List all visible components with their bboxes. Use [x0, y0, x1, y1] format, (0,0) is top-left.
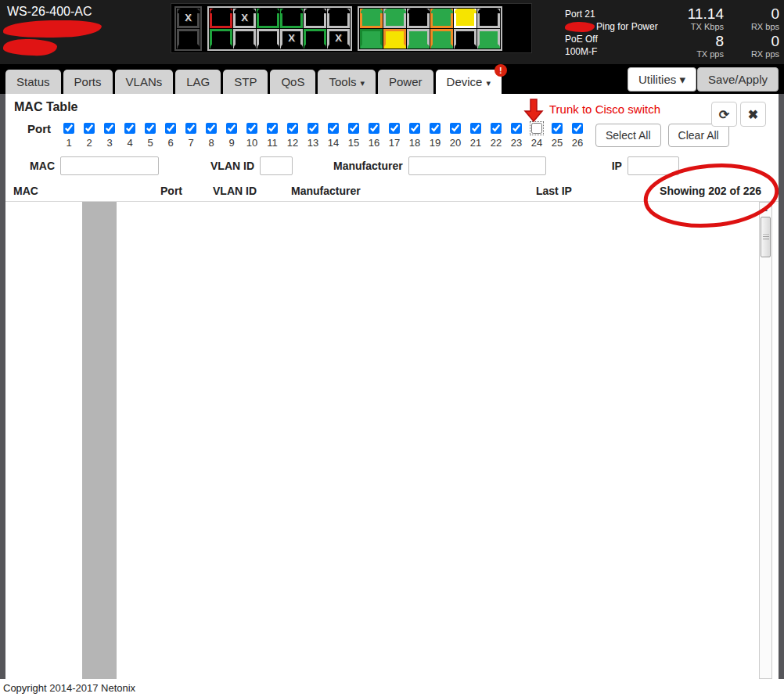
- tab-tools[interactable]: Tools▾: [318, 70, 376, 94]
- port-8-checkbox[interactable]: [206, 123, 217, 134]
- tab-stp[interactable]: STP: [223, 70, 268, 94]
- refresh-button[interactable]: ⟳: [711, 102, 737, 127]
- port-disabled-x-icon: X: [179, 12, 197, 23]
- port-status-cell[interactable]: [454, 29, 477, 49]
- port-status-cell[interactable]: X: [177, 9, 200, 28]
- port-3-checkbox[interactable]: [104, 123, 115, 134]
- port-23-checkbox[interactable]: [511, 123, 522, 134]
- port-status-cell[interactable]: [257, 29, 279, 49]
- rx-pps-label: RX pps: [751, 49, 779, 59]
- rj45-clip-notch: [408, 44, 430, 49]
- port-filter-label: Port: [27, 123, 57, 135]
- port-25-checkbox[interactable]: [552, 123, 563, 134]
- tab-power[interactable]: Power: [378, 70, 433, 94]
- tab-status[interactable]: Status: [5, 70, 61, 94]
- scrollbar-grip: [763, 235, 769, 240]
- port-5-checkbox[interactable]: [145, 123, 156, 134]
- tab-vlans[interactable]: VLANs: [115, 70, 174, 94]
- port-number-label: 4: [127, 137, 132, 149]
- port-1-checkbox[interactable]: [63, 123, 74, 134]
- port-checkbox-cell: 11: [262, 123, 282, 149]
- table-scrollbar[interactable]: ▲: [759, 202, 772, 679]
- port-status-cell[interactable]: [430, 9, 453, 28]
- port-status-cell[interactable]: X: [233, 9, 256, 28]
- port-info-poe: PoE Off: [565, 33, 658, 45]
- copyright-text: Copyright 2014-2017 Netonix: [3, 682, 135, 694]
- port-status-cell[interactable]: [360, 29, 383, 49]
- port-26-checkbox[interactable]: [572, 123, 583, 134]
- port-2-checkbox[interactable]: [84, 123, 95, 134]
- port-status-cell[interactable]: [210, 29, 232, 49]
- port-17-checkbox[interactable]: [389, 123, 400, 134]
- mac-filter-input[interactable]: [60, 156, 159, 175]
- port-checkbox-cell: 14: [323, 123, 343, 149]
- port-status-cell[interactable]: [477, 29, 500, 49]
- port-7-checkbox[interactable]: [185, 123, 196, 134]
- tab-ports[interactable]: Ports: [63, 70, 113, 94]
- port-status-cell[interactable]: [304, 9, 326, 28]
- port-status-cell[interactable]: [257, 9, 279, 28]
- port-15-checkbox[interactable]: [348, 123, 359, 134]
- port-19-checkbox[interactable]: [430, 123, 441, 134]
- port-12-checkbox[interactable]: [287, 123, 298, 134]
- port-checkbox-cell: 4: [120, 123, 140, 149]
- port-status-cell[interactable]: [430, 29, 453, 49]
- tab-qos[interactable]: QoS: [270, 70, 315, 94]
- port-number-label: 7: [188, 137, 193, 149]
- port-checkbox-cell: 22: [486, 123, 506, 149]
- select-all-button[interactable]: Select All: [595, 124, 661, 147]
- port-16-checkbox[interactable]: [369, 123, 379, 134]
- save-apply-button[interactable]: Save/Apply: [697, 67, 779, 92]
- close-icon: ✖: [748, 108, 758, 121]
- port-status-cell[interactable]: [383, 9, 406, 28]
- port-status-cell[interactable]: X: [327, 29, 350, 49]
- port-number-label: 15: [348, 137, 359, 149]
- table-body: ▲: [5, 201, 779, 679]
- clear-all-button[interactable]: Clear All: [668, 124, 729, 147]
- port-checkbox-cell: 17: [384, 123, 405, 149]
- port-6-checkbox[interactable]: [165, 123, 176, 134]
- tab-device[interactable]: Device▾!: [436, 70, 502, 94]
- port-status-cell[interactable]: [210, 9, 232, 28]
- port-11-checkbox[interactable]: [267, 123, 278, 134]
- port-status-cell[interactable]: [454, 9, 477, 28]
- port-status-cell[interactable]: [383, 29, 406, 49]
- tab-lag[interactable]: LAG: [175, 70, 221, 94]
- port-status-cell[interactable]: [304, 29, 326, 49]
- port-14-checkbox[interactable]: [328, 123, 339, 134]
- port-20-checkbox[interactable]: [450, 123, 461, 134]
- scrollbar-thumb[interactable]: [761, 217, 771, 257]
- rj45-clip-notch: [281, 44, 303, 49]
- port-22-checkbox[interactable]: [491, 123, 502, 134]
- page-title: MAC Table: [14, 99, 779, 115]
- port-status-cell[interactable]: X: [280, 29, 303, 49]
- port-number-label: 3: [106, 137, 112, 149]
- port-status-cell[interactable]: [327, 9, 350, 28]
- rj45-clip-notch: [178, 44, 200, 49]
- manufacturer-filter-input[interactable]: [408, 156, 546, 175]
- port-13-checkbox[interactable]: [307, 123, 318, 134]
- port-status-cell[interactable]: [360, 9, 383, 28]
- tx-rate-value: 11.14: [688, 6, 724, 22]
- port-status-cell[interactable]: [407, 9, 430, 28]
- port-status-cell[interactable]: [477, 9, 500, 28]
- tab-label: Tools: [329, 75, 356, 88]
- ip-filter-input[interactable]: [628, 156, 679, 175]
- port-status-cell[interactable]: [233, 29, 256, 49]
- tx-stats: 11.14 TX Kbps 8 TX pps: [688, 6, 724, 61]
- port-21-checkbox[interactable]: [470, 123, 481, 134]
- close-button[interactable]: ✖: [740, 102, 766, 127]
- port-checkbox-cell: 10: [242, 123, 262, 149]
- port-10-checkbox[interactable]: [246, 123, 257, 134]
- port-status-cell[interactable]: [280, 9, 303, 28]
- vlan-filter-input[interactable]: [260, 156, 293, 175]
- port-4-checkbox[interactable]: [124, 123, 135, 134]
- port-9-checkbox[interactable]: [226, 123, 237, 134]
- scroll-up-icon[interactable]: ▲: [760, 203, 771, 215]
- port-status-cell[interactable]: [177, 29, 200, 49]
- port-checkbox-cell: 24: [527, 123, 547, 149]
- port-status-cell[interactable]: [407, 29, 430, 49]
- utilities-button[interactable]: Utilities ▾: [628, 67, 696, 92]
- port-18-checkbox[interactable]: [409, 123, 420, 134]
- port-24-checkbox[interactable]: [531, 123, 542, 134]
